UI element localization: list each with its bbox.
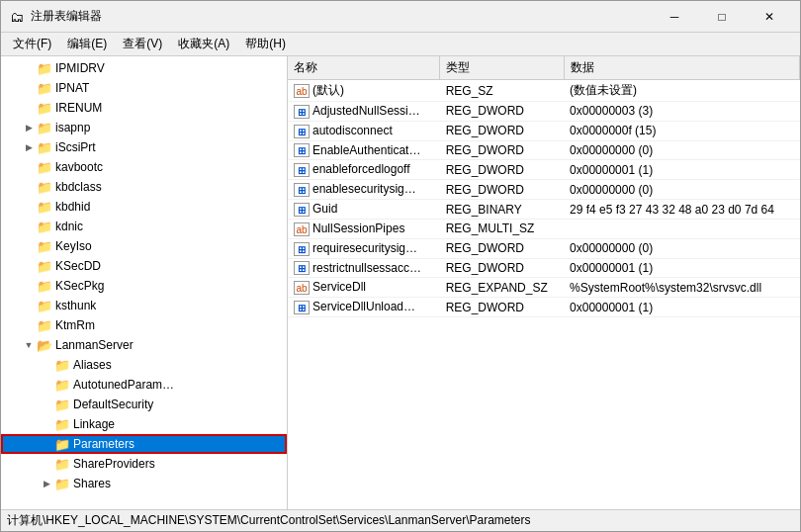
cell-name: ⊞requiresecuritysig… [288, 238, 440, 258]
folder-icon: 📁 [37, 139, 52, 155]
reg-type-icon: ⊞ [294, 203, 310, 217]
cell-type: REG_BINARY [440, 200, 564, 220]
right-pane[interactable]: 名称 类型 数据 ab(默认)REG_SZ(数值未设置)⊞AdjustedNul… [288, 56, 800, 509]
table-row[interactable]: ⊞GuidREG_BINARY29 f4 e5 f3 27 43 32 48 a… [288, 200, 800, 220]
reg-type-icon: ab [294, 281, 310, 295]
table-header: 名称 类型 数据 [288, 56, 800, 80]
title-bar: 🗂 注册表编辑器 ─ □ ✕ [1, 1, 800, 33]
cell-name: ⊞enablesecuritysig… [288, 180, 440, 200]
reg-type-icon: ab [294, 222, 310, 236]
table-row[interactable]: ⊞EnableAuthenticat…REG_DWORD0x00000000 (… [288, 140, 800, 160]
expand-icon: ▶ [39, 476, 54, 491]
cell-name: ⊞Guid [288, 200, 440, 220]
expand-icon [21, 317, 37, 333]
tree-node[interactable]: 📁kdnic [1, 217, 287, 236]
tree-node-label: KtmRm [55, 318, 95, 332]
tree-node[interactable]: 📁Linkage [1, 414, 287, 434]
close-button[interactable]: ✕ [747, 2, 792, 32]
table-row[interactable]: ⊞requiresecuritysig…REG_DWORD0x00000000 … [288, 238, 800, 258]
cell-data: 0x00000000 (0) [564, 140, 799, 160]
cell-data [564, 219, 799, 238]
folder-icon: 📁 [37, 298, 52, 313]
cell-name: ⊞EnableAuthenticat… [288, 140, 440, 160]
tree-node[interactable]: ▶📁isapnp [1, 118, 287, 137]
table-row[interactable]: ⊞enablesecuritysig…REG_DWORD0x00000000 (… [288, 180, 800, 200]
table-row[interactable]: ⊞autodisconnectREG_DWORD0x0000000f (15) [288, 121, 800, 140]
table-row[interactable]: ⊞restrictnullsessacc…REG_DWORD0x00000001… [288, 258, 800, 278]
tree-node-label: LanmanServer [55, 338, 134, 352]
tree-node-label: kdnic [55, 220, 83, 233]
cell-name: ⊞autodisconnect [288, 121, 440, 140]
expand-icon [21, 219, 37, 234]
table-row[interactable]: ⊞ServiceDllUnload…REG_DWORD0x00000001 (1… [288, 298, 800, 317]
tree-pane[interactable]: 📁IPMIDRV📁IPNAT📁IRENUM▶📁isapnp▶📁iScsiPrt📁… [1, 56, 288, 509]
folder-icon: 📁 [54, 436, 70, 452]
tree-node[interactable]: ▶📁Shares [1, 474, 287, 493]
reg-type-icon: ⊞ [294, 301, 310, 314]
menu-item[interactable]: 收藏夹(A) [170, 34, 237, 55]
menu-item[interactable]: 查看(V) [115, 34, 170, 55]
cell-type: REG_DWORD [440, 180, 564, 200]
tree-node[interactable]: ▼📂LanmanServer [1, 335, 287, 355]
expand-icon [39, 456, 54, 472]
folder-icon: 📁 [37, 219, 52, 234]
tree-node[interactable]: 📁KeyIso [1, 236, 287, 256]
tree-node[interactable]: 📁IPNAT [1, 78, 287, 98]
tree-node[interactable]: 📁kavbootc [1, 157, 287, 177]
table-row[interactable]: ⊞AdjustedNullSessi…REG_DWORD0x00000003 (… [288, 102, 800, 122]
expand-icon: ▶ [21, 120, 37, 135]
cell-data: 0x00000000 (0) [564, 238, 799, 258]
tree-node[interactable]: 📁DefaultSecurity [1, 395, 287, 414]
tree-node-label: ksthunk [55, 299, 96, 312]
cell-type: REG_DWORD [440, 298, 564, 317]
col-type: 类型 [440, 56, 564, 80]
tree-node-label: IPNAT [55, 81, 89, 95]
tree-node[interactable]: 📁AutotunedParam… [1, 375, 287, 395]
folder-icon: 📁 [37, 317, 52, 333]
tree-node-label: IPMIDRV [55, 61, 105, 75]
cell-name: abNullSessionPipes [288, 219, 440, 238]
tree-node[interactable]: 📁KSecDD [1, 256, 287, 276]
tree-node[interactable]: ▶📁iScsiPrt [1, 137, 287, 157]
cell-name: ⊞restrictnullsessacc… [288, 258, 440, 278]
expand-icon [21, 179, 37, 195]
folder-icon: 📁 [37, 258, 52, 274]
cell-type: REG_DWORD [440, 160, 564, 180]
reg-type-icon: ⊞ [294, 183, 310, 197]
folder-icon: 📁 [37, 100, 52, 116]
registry-table: 名称 类型 数据 ab(默认)REG_SZ(数值未设置)⊞AdjustedNul… [288, 56, 800, 317]
tree-node[interactable]: 📁Aliases [1, 355, 287, 375]
folder-icon: 📁 [37, 120, 52, 135]
tree-node[interactable]: 📁kbdhid [1, 197, 287, 217]
cell-type: REG_DWORD [440, 238, 564, 258]
folder-icon: 📁 [37, 179, 52, 195]
expand-icon [39, 436, 54, 452]
table-row[interactable]: ⊞enableforcedlogoffREG_DWORD0x00000001 (… [288, 160, 800, 180]
tree-node[interactable]: 📁ShareProviders [1, 454, 287, 474]
cell-type: REG_DWORD [440, 140, 564, 160]
maximize-button[interactable]: □ [699, 2, 745, 32]
menu-item[interactable]: 文件(F) [5, 34, 59, 55]
expand-icon: ▼ [21, 337, 37, 353]
expand-icon [21, 60, 37, 76]
tree-node-label: Linkage [73, 417, 115, 431]
tree-node[interactable]: 📁IRENUM [1, 98, 287, 118]
tree-node-label: DefaultSecurity [73, 398, 153, 411]
tree-node[interactable]: 📁KtmRm [1, 315, 287, 335]
tree-node[interactable]: 📁Parameters [1, 434, 287, 454]
reg-type-icon: ⊞ [294, 143, 310, 157]
table-row[interactable]: abServiceDllREG_EXPAND_SZ%SystemRoot%\sy… [288, 278, 800, 298]
cell-type: REG_DWORD [440, 258, 564, 278]
tree-node[interactable]: 📁KSecPkg [1, 276, 287, 296]
minimize-button[interactable]: ─ [652, 2, 697, 32]
tree-node[interactable]: 📁ksthunk [1, 296, 287, 315]
window-controls: ─ □ ✕ [652, 2, 792, 32]
folder-icon: 📁 [54, 476, 70, 491]
tree-node[interactable]: 📁IPMIDRV [1, 58, 287, 78]
table-row[interactable]: abNullSessionPipesREG_MULTI_SZ [288, 219, 800, 238]
menu-item[interactable]: 编辑(E) [59, 34, 115, 55]
menu-item[interactable]: 帮助(H) [237, 34, 294, 55]
tree-node-label: kbdclass [55, 180, 102, 194]
tree-node[interactable]: 📁kbdclass [1, 177, 287, 197]
table-row[interactable]: ab(默认)REG_SZ(数值未设置) [288, 80, 800, 102]
